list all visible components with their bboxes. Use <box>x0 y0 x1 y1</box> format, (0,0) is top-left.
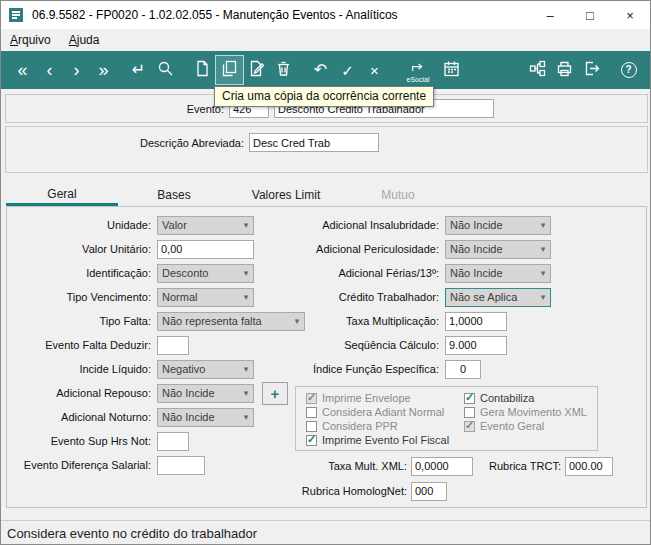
checkbox-box[interactable] <box>306 421 317 432</box>
toolbar: « ‹ › » ↵ ↶ ✓ × eSocial ? <box>1 51 650 89</box>
tab-bases[interactable]: Bases <box>118 184 230 206</box>
chevron-down-icon: ▾ <box>536 268 550 278</box>
right-column: Adicional Insalubridade: Não Incide▾ Adi… <box>297 213 647 381</box>
incide-liquido-select[interactable]: Negativo▾ <box>157 360 254 379</box>
taxa-multiplicacao-input[interactable] <box>445 312 507 331</box>
evento-falta-deduzir-input[interactable] <box>157 336 189 355</box>
checkbox-box[interactable] <box>464 407 475 418</box>
edit-record-button[interactable] <box>243 56 270 84</box>
previous-record-button[interactable]: ‹ <box>36 56 63 84</box>
field-valor-unitario: Valor Unitário: <box>9 237 299 261</box>
unidade-select[interactable]: Valor▾ <box>157 216 254 235</box>
help-button[interactable]: ? <box>615 56 642 84</box>
adicional-ferias-13-select[interactable]: Não Incide▾ <box>445 264 551 283</box>
indice-funcao-especifica-input[interactable] <box>445 360 481 379</box>
field-sequencia-calculo: Seqüência Cálculo: <box>297 333 647 357</box>
print-button[interactable] <box>551 56 578 84</box>
confirm-button[interactable]: ✓ <box>334 56 361 84</box>
descricao-panel: Descrição Abreviada: <box>5 126 648 173</box>
field-adicional-periculosidade: Adicional Periculosidade: Não Incide▾ <box>297 237 647 261</box>
evento-label: Evento: <box>6 103 224 115</box>
cancel-button[interactable]: × <box>361 56 388 84</box>
help-icon: ? <box>621 62 637 78</box>
menu-ajuda[interactable]: Ajuda <box>60 31 109 49</box>
last-record-button[interactable]: » <box>90 56 117 84</box>
app-icon <box>8 7 24 23</box>
chevron-down-icon: ▾ <box>239 364 253 374</box>
hierarchy-button[interactable] <box>524 56 551 84</box>
options-groupbox: Imprime Envelope Considera Adiant Normal… <box>295 386 598 451</box>
menu-arquivo[interactable]: Arquivo <box>1 31 60 49</box>
go-to-button[interactable]: ↵ <box>125 56 152 84</box>
add-button[interactable]: + <box>262 382 288 405</box>
tipo-vencimento-select[interactable]: Normal▾ <box>157 288 254 307</box>
adicional-periculosidade-select[interactable]: Não Incide▾ <box>445 240 551 259</box>
copy-record-button[interactable] <box>216 56 243 84</box>
field-adicional-repouso: Adicional Repouso: Não Incide▾ + <box>9 381 299 405</box>
adicional-repouso-select[interactable]: Não Incide▾ <box>157 384 254 403</box>
checkbox-contabiliza[interactable]: Contabiliza <box>464 391 587 405</box>
evento-sup-hrs-not-input[interactable] <box>157 432 189 451</box>
checkbox-considera-ppr[interactable]: Considera PPR <box>306 419 449 433</box>
close-button[interactable]: × <box>610 1 650 29</box>
window-controls: – □ × <box>530 1 650 29</box>
checkbox-imprime-envelope[interactable]: Imprime Envelope <box>306 391 449 405</box>
chevron-down-icon: ▾ <box>536 292 550 302</box>
exit-button[interactable] <box>578 56 605 84</box>
tab-valores-limit[interactable]: Valores Limit <box>230 184 342 206</box>
descricao-label: Descrição Abreviada: <box>6 137 244 149</box>
field-adicional-noturno: Adicional Noturno: Não Incide▾ <box>9 405 299 429</box>
checkbox-box[interactable] <box>464 421 475 432</box>
checkbox-box[interactable] <box>464 393 475 404</box>
checkbox-box[interactable] <box>306 407 317 418</box>
field-tipo-falta: Tipo Falta: Não representa falta▾ <box>9 309 299 333</box>
menubar: Arquivo Ajuda <box>1 29 650 51</box>
checkbox-box[interactable] <box>306 393 317 404</box>
checkbox-column-1: Imprime Envelope Considera Adiant Normal… <box>306 391 449 447</box>
minimize-button[interactable]: – <box>530 1 570 29</box>
undo-button[interactable]: ↶ <box>307 56 334 84</box>
edit-icon <box>248 60 265 80</box>
copy-icon <box>221 60 238 80</box>
chevron-down-icon: ▾ <box>239 220 253 230</box>
field-taxa-mult-xml-row: Taxa Mult. XML: Rubrica TRCT: <box>295 455 613 477</box>
first-record-button[interactable]: « <box>9 56 36 84</box>
calendar-button[interactable] <box>438 56 465 84</box>
chevron-down-icon: ▾ <box>239 292 253 302</box>
descricao-abreviada-input[interactable] <box>249 133 379 152</box>
next-record-button[interactable]: › <box>63 56 90 84</box>
adicional-noturno-select[interactable]: Não Incide▾ <box>157 408 254 427</box>
checkbox-imprime-evento-fol-fiscal[interactable]: Imprime Evento Fol Fiscal <box>306 433 449 447</box>
taxa-mult-xml-input[interactable] <box>411 457 473 476</box>
valor-unitario-input[interactable] <box>157 240 254 259</box>
field-evento-falta-deduzir: Evento Falta Deduzir: <box>9 333 299 357</box>
field-taxa-multiplicacao: Taxa Multiplicação: <box>297 309 647 333</box>
identificacao-select[interactable]: Desconto▾ <box>157 264 254 283</box>
rubrica-trct-input[interactable] <box>565 457 613 476</box>
checkbox-gera-movimento-xml[interactable]: Gera Movimento XML <box>464 405 587 419</box>
field-identificacao: Identificação: Desconto▾ <box>9 261 299 285</box>
search-button[interactable] <box>152 56 179 84</box>
checkbox-considera-adiant-normal[interactable]: Considera Adiant Normal <box>306 405 449 419</box>
evento-diferenca-salarial-input[interactable] <box>157 456 205 475</box>
delete-record-button[interactable] <box>270 56 297 84</box>
exit-icon <box>583 60 600 80</box>
field-incide-liquido: Incide Líquido: Negativo▾ <box>9 357 299 381</box>
rubrica-homolognet-input[interactable] <box>411 482 447 501</box>
search-icon <box>157 60 174 80</box>
new-record-button[interactable] <box>189 56 216 84</box>
sequencia-calculo-input[interactable] <box>445 336 507 355</box>
trash-icon <box>275 60 292 80</box>
hierarchy-icon <box>529 60 546 80</box>
maximize-button[interactable]: □ <box>570 1 610 29</box>
checkbox-evento-geral[interactable]: Evento Geral <box>464 419 587 433</box>
tipo-falta-select[interactable]: Não representa falta▾ <box>157 312 305 331</box>
checkbox-box[interactable] <box>306 435 317 446</box>
window-title: 06.9.5582 - FP0020 - 1.02.02.055 - Manut… <box>32 8 398 22</box>
tab-geral[interactable]: Geral <box>6 184 118 206</box>
field-unidade: Unidade: Valor▾ <box>9 213 299 237</box>
adicional-insalubridade-select[interactable]: Não Incide▾ <box>445 216 551 235</box>
field-rubrica-homolognet-row: Rubrica HomologNet: <box>295 480 447 502</box>
credito-trabalhador-select[interactable]: Não se Aplica▾ <box>445 288 551 307</box>
esocial-button[interactable]: eSocial <box>398 56 438 84</box>
